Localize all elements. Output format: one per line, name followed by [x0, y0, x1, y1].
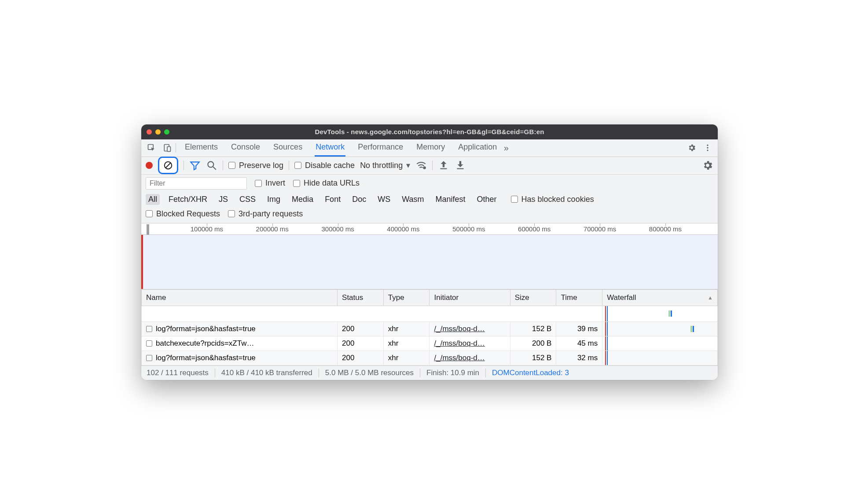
table-row[interactable]: log?format=json&hasfast=true200xhr/_/mss…: [142, 351, 718, 365]
tab-application[interactable]: Application: [457, 139, 498, 157]
type-filter-all[interactable]: All: [146, 194, 160, 205]
more-tabs-button[interactable]: »: [499, 140, 514, 155]
disable-cache-checkbox[interactable]: Disable cache: [294, 161, 355, 170]
window-title: DevTools - news.google.com/topstories?hl…: [147, 128, 712, 135]
timeline-start-marker: [141, 235, 143, 289]
tab-console[interactable]: Console: [230, 139, 261, 157]
network-conditions-icon[interactable]: [415, 160, 427, 171]
svg-point-5: [707, 150, 708, 151]
time-cell: 32 ms: [556, 351, 602, 365]
panel-tabs: ElementsConsoleSourcesNetworkPerformance…: [184, 139, 498, 157]
timeline-tick: 400000 ms: [387, 225, 419, 233]
type-filter-ws[interactable]: WS: [375, 194, 393, 205]
type-filter-manifest[interactable]: Manifest: [433, 194, 468, 205]
clear-log-button[interactable]: [158, 157, 178, 174]
search-icon[interactable]: [206, 160, 217, 171]
zoom-window-button[interactable]: [164, 129, 169, 135]
has-blocked-cookies-checkbox[interactable]: Has blocked cookies: [511, 195, 594, 204]
toggle-device-icon[interactable]: [160, 140, 175, 155]
overview-timeline[interactable]: 100000 ms200000 ms300000 ms400000 ms5000…: [141, 223, 718, 289]
filter-input[interactable]: [146, 177, 247, 190]
timeline-tick: 200000 ms: [256, 225, 289, 233]
type-filter-css[interactable]: CSS: [237, 194, 258, 205]
type-filter-font[interactable]: Font: [322, 194, 343, 205]
invert-checkbox[interactable]: Invert: [255, 179, 285, 188]
filter-funnel-icon[interactable]: [189, 160, 201, 171]
hide-data-urls-checkbox[interactable]: Hide data URLs: [293, 179, 360, 188]
divider: [176, 143, 176, 153]
status-finish: Finish: 10.9 min: [426, 369, 479, 377]
divider: [223, 161, 223, 170]
settings-gear-icon[interactable]: [684, 140, 699, 155]
initiator-link[interactable]: /_/mss/boq-d…: [434, 354, 485, 362]
network-toolbar: Preserve log Disable cache No throttling…: [141, 157, 718, 175]
row-checkbox[interactable]: [146, 340, 152, 347]
close-window-button[interactable]: [147, 129, 152, 135]
row-checkbox[interactable]: [146, 355, 152, 361]
table-row[interactable]: batchexecute?rpcids=xZTw…200xhr/_/mss/bo…: [142, 336, 718, 351]
col-size[interactable]: Size: [510, 289, 556, 306]
type-filter-row: AllFetch/XHRJSCSSImgMediaFontDocWSWasmMa…: [146, 194, 713, 205]
status-dcl[interactable]: DOMContentLoaded: 3: [492, 369, 569, 377]
type-filter-js[interactable]: JS: [216, 194, 231, 205]
type-cell: xhr: [383, 351, 430, 365]
throttling-select[interactable]: No throttling▾: [360, 161, 410, 170]
waterfall-cell: [602, 336, 718, 351]
svg-point-4: [707, 147, 708, 148]
timeline-ruler: 100000 ms200000 ms300000 ms400000 ms5000…: [141, 223, 718, 235]
network-settings-gear-icon[interactable]: [702, 160, 713, 171]
timeline-tick: 500000 ms: [452, 225, 485, 233]
tab-sources[interactable]: Sources: [272, 139, 303, 157]
type-cell: xhr: [383, 336, 430, 351]
size-cell: 200 B: [510, 336, 556, 351]
type-filter-other[interactable]: Other: [474, 194, 499, 205]
divider: [289, 161, 289, 170]
tab-performance[interactable]: Performance: [357, 139, 404, 157]
status-cell: 200: [338, 351, 384, 365]
table-row[interactable]: log?format=json&hasfast=true200xhr/_/mss…: [142, 321, 718, 336]
divider: [184, 161, 184, 170]
tab-elements[interactable]: Elements: [184, 139, 219, 157]
initiator-link[interactable]: /_/mss/boq-d…: [434, 339, 485, 347]
waterfall-cell: [602, 321, 718, 336]
col-status[interactable]: Status: [338, 289, 384, 306]
blocked-requests-checkbox[interactable]: Blocked Requests: [146, 209, 220, 219]
timeline-tick: 700000 ms: [584, 225, 616, 233]
svg-rect-2: [167, 147, 171, 152]
col-waterfall[interactable]: Waterfall▲: [602, 289, 718, 306]
row-checkbox[interactable]: [146, 326, 152, 332]
status-requests: 102 / 111 requests: [147, 369, 209, 377]
type-filter-doc[interactable]: Doc: [349, 194, 369, 205]
col-name[interactable]: Name: [142, 289, 338, 306]
tab-memory[interactable]: Memory: [415, 139, 446, 157]
svg-point-8: [208, 161, 213, 167]
sort-indicator-icon: ▲: [708, 295, 713, 301]
third-party-checkbox[interactable]: 3rd-party requests: [228, 209, 303, 219]
devtools-window: DevTools - news.google.com/topstories?hl…: [141, 124, 718, 380]
col-time[interactable]: Time: [556, 289, 602, 306]
type-filter-img[interactable]: Img: [264, 194, 283, 205]
initiator-link[interactable]: /_/mss/boq-d…: [434, 325, 485, 333]
inspect-element-icon[interactable]: [144, 140, 159, 155]
col-type[interactable]: Type: [383, 289, 430, 306]
col-initiator[interactable]: Initiator: [430, 289, 510, 306]
timeline-tick: 100000 ms: [191, 225, 223, 233]
type-filter-wasm[interactable]: Wasm: [399, 194, 426, 205]
svg-line-9: [213, 167, 216, 170]
name-cell: log?format=json&hasfast=true: [142, 321, 338, 336]
import-har-icon[interactable]: [438, 160, 449, 171]
divider: [432, 161, 433, 170]
tab-network[interactable]: Network: [315, 139, 345, 157]
preserve-log-checkbox[interactable]: Preserve log: [228, 161, 283, 170]
kebab-menu-icon[interactable]: [700, 140, 715, 155]
table-header: Name Status Type Initiator Size Time Wat…: [142, 289, 718, 306]
type-filter-fetchxhr[interactable]: Fetch/XHR: [166, 194, 210, 205]
export-har-icon[interactable]: [455, 160, 466, 171]
type-filter-media[interactable]: Media: [289, 194, 316, 205]
minimize-window-button[interactable]: [155, 129, 161, 135]
waterfall-cell: [602, 351, 718, 365]
initiator-cell: /_/mss/boq-d…: [430, 321, 510, 336]
time-cell: 39 ms: [556, 321, 602, 336]
record-button[interactable]: [146, 162, 153, 169]
svg-rect-12: [457, 168, 464, 169]
